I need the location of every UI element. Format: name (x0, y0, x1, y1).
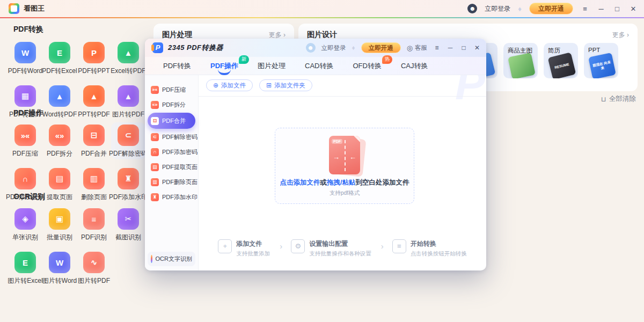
customer-service-button[interactable]: ◎ 客服 (407, 44, 427, 52)
brand-logo-icon: P (152, 42, 163, 53)
or-text: 或 (320, 179, 327, 186)
app-title: 看图王 (24, 4, 45, 13)
tool-label: 图片转PDF (78, 276, 110, 286)
tool-item[interactable]: E PDF转Excel (42, 40, 77, 77)
minimize-icon[interactable]: ─ (597, 5, 605, 13)
menu-item[interactable]: ▥ PDF删除页面 (148, 175, 195, 189)
login-link[interactable]: 立即登录 (485, 4, 510, 13)
minimize-icon[interactable]: ─ (447, 44, 454, 52)
tool-item[interactable]: ⊂ PDF解除密码 (111, 122, 145, 159)
tool-item[interactable]: ▤ 提取页面 (42, 166, 77, 203)
tool-item[interactable]: ▥ 删除页面 (77, 166, 111, 203)
clear-all-button[interactable]: ⊔ 全部清除 (601, 94, 636, 104)
tool-item[interactable]: W PDF转Word (8, 40, 42, 77)
menu-icon[interactable]: ≡ (433, 44, 441, 52)
tool-icon: ▤ (49, 168, 70, 189)
menu-item[interactable]: «» PDF拆分 (148, 98, 195, 112)
step-icon: ⚙ (291, 239, 305, 253)
user-avatar[interactable]: ☻ (306, 43, 316, 53)
tool-label: PPT转PDF (78, 110, 109, 119)
modal-tab[interactable]: OFD转换 热 (353, 61, 381, 71)
tool-item[interactable]: E 图片转Excel (8, 250, 42, 287)
design-card[interactable]: PPT 就现在 向未来 (584, 43, 618, 78)
maximize-icon[interactable]: □ (460, 44, 467, 52)
modal-tab[interactable]: CAJ转换 (401, 61, 428, 71)
tool-glyph: W (56, 258, 63, 267)
tool-glyph: ▲ (90, 92, 98, 101)
tool-item[interactable]: ▲ 图片转PDF (111, 83, 145, 120)
open-vip-button[interactable]: 立即开通 (529, 3, 573, 14)
tool-item[interactable]: ♜ PDF添加水印 (111, 166, 145, 203)
menu-item-icon: ♜ (151, 193, 159, 201)
design-card[interactable]: 简历 RESUME (544, 43, 578, 78)
step-title: 设置输出配置 (309, 239, 371, 248)
design-card[interactable]: 商品主图 (503, 43, 538, 78)
tool-label: PDF转Word (8, 67, 42, 76)
tool-item[interactable]: W 图片转Word (42, 250, 77, 287)
tool-icon: ♜ (118, 168, 139, 189)
tool-glyph: ∩ (23, 174, 28, 184)
more-link[interactable]: 更多 › (612, 31, 629, 40)
modal-tab[interactable]: CAD转换 (305, 61, 333, 71)
menu-item[interactable]: ▤ PDF提取页面 (148, 160, 195, 174)
menu-item[interactable]: »« PDF压缩 (148, 83, 195, 97)
modal-tab[interactable]: PDF转换 (163, 61, 191, 71)
maximize-icon[interactable]: □ (613, 5, 621, 13)
menu-icon[interactable]: ≡ (581, 5, 589, 13)
tool-icon: ▲ (118, 85, 139, 107)
tool-icon: ◈ (14, 208, 36, 230)
tool-label: PDF解除密码 (109, 149, 148, 158)
tool-item[interactable]: ▣ 批量识别 (42, 206, 77, 243)
menu-item[interactable]: ⊂ PDF解除密码 (148, 130, 195, 144)
tool-icon: ▣ (49, 208, 70, 230)
add-folder-button[interactable]: ⊞ 添加文件夹 (259, 79, 312, 91)
vip-diamond-icon[interactable]: ♦ (518, 5, 522, 13)
plus-circle-icon: ⊕ (213, 82, 218, 89)
more-link[interactable]: 更多 › (269, 31, 286, 40)
tool-item[interactable]: «» PDF拆分 (42, 122, 77, 159)
tool-icon: ⊂ (118, 125, 139, 146)
add-file-button[interactable]: ⊕ 添加文件 (206, 79, 253, 91)
menu-item-label: PDF压缩 (162, 86, 186, 94)
modal-tab[interactable]: 图片处理 (258, 61, 286, 71)
close-icon[interactable]: ✕ (629, 5, 638, 13)
tab-badge: 新 (239, 55, 249, 64)
tool-item[interactable]: ▲ PPT转PDF (77, 83, 111, 120)
tool-item[interactable]: ✂ 截图识别 (111, 206, 145, 243)
tool-glyph: ◈ (22, 214, 28, 224)
step-texts: 设置输出配置 支持批量操作和各种设置 (309, 239, 371, 258)
step-title: 添加文件 (236, 239, 270, 248)
tool-item[interactable]: ▲ Word转PDF (42, 83, 77, 120)
vip-diamond-icon[interactable]: ♦ (352, 44, 355, 52)
tool-item[interactable]: P PDF转PPT (77, 40, 111, 77)
tool-glyph: E (57, 48, 62, 57)
tool-glyph: ✂ (125, 214, 132, 224)
tool-item[interactable]: ▲ Excel转PDF (111, 40, 145, 77)
tool-label: 图片转PDF (112, 110, 144, 119)
tool-item[interactable]: »« PDF压缩 (8, 122, 42, 159)
tool-item[interactable]: ⊟ PDF合并 (77, 122, 111, 159)
tool-label: Excel转PDF (111, 67, 145, 76)
open-vip-button[interactable]: 立即开通 (361, 42, 401, 53)
login-link[interactable]: 立即登录 (321, 44, 346, 52)
menu-item[interactable]: ⊟ PDF合并 (148, 113, 195, 129)
click-add-text[interactable]: 点击添加文件 (280, 179, 320, 186)
modal-tab-bar: PDF转换 PDF操作 新 图片处理 CAD转换 OFD转换 热 CAJ转换 (145, 57, 486, 75)
modal-tab[interactable]: PDF操作 新 (210, 61, 238, 71)
menu-item-ocr[interactable]: OCR文字识别 (148, 252, 195, 266)
pdf-converter-window: P P 2345 PDF转换器 ☻ 立即登录 ♦ 立即开通 ◎ 客服 ≡ ─ □… (145, 39, 486, 270)
menu-item[interactable]: ∩ PDF添加密码 (148, 145, 195, 159)
user-avatar[interactable]: ☻ (467, 4, 477, 13)
tool-item[interactable]: ∿ 图片转PDF (77, 250, 111, 287)
blank-area-text: 到空白处添加文件 (355, 179, 409, 186)
tool-item[interactable]: ◈ 单张识别 (8, 206, 42, 243)
menu-item-label: OCR文字识别 (156, 255, 192, 263)
tool-item[interactable]: ≡ PDF识别 (77, 206, 111, 243)
step-texts: 开始转换 点击转换按钮开始转换 (411, 239, 467, 258)
close-icon[interactable]: ✕ (473, 44, 481, 52)
section-title-pdf-convert: PDF转换 (13, 25, 43, 34)
tool-glyph: ▲ (125, 48, 133, 57)
menu-item[interactable]: ♜ PDF添加水印 (148, 190, 195, 204)
file-dropzone[interactable]: PDF → ← 点击添加文件或拖拽/粘贴到空白处添加文件 支持pdf格式 (275, 128, 414, 204)
tool-glyph: ♜ (125, 174, 131, 184)
